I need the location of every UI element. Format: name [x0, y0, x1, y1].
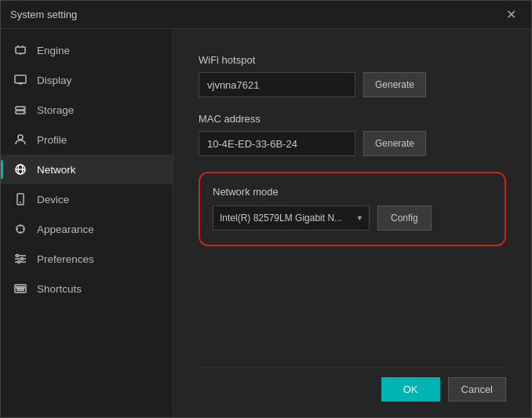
mac-input[interactable]	[199, 131, 355, 156]
svg-point-10	[23, 111, 24, 113]
svg-rect-14	[17, 194, 24, 205]
sidebar-label-shortcuts: Shortcuts	[37, 283, 82, 295]
svg-point-19	[18, 261, 20, 264]
sidebar-label-engine: Engine	[37, 45, 70, 56]
shortcuts-icon	[13, 282, 27, 296]
sidebar-item-device[interactable]: Device	[1, 184, 173, 214]
svg-point-17	[16, 255, 19, 257]
display-icon	[13, 73, 27, 87]
titlebar: System setting ✕	[1, 1, 531, 29]
mac-generate-button[interactable]: Generate	[363, 131, 426, 156]
ok-button[interactable]: OK	[381, 377, 440, 402]
sidebar-item-profile[interactable]: Profile	[1, 125, 173, 154]
svg-point-18	[21, 258, 24, 260]
system-setting-window: System setting ✕ Engine Display	[0, 0, 532, 418]
network-mode-box: Network mode Intel(R) 82579LM Gigabit N.…	[199, 172, 506, 246]
engine-icon	[13, 43, 27, 57]
sidebar-label-display: Display	[37, 75, 71, 86]
svg-point-9	[23, 107, 24, 109]
sidebar-item-storage[interactable]: Storage	[1, 95, 173, 125]
sidebar: Engine Display Storage	[1, 29, 173, 417]
content-area: WiFi hotspot Generate MAC address Genera…	[173, 29, 531, 417]
appearance-icon	[13, 222, 27, 236]
device-icon	[13, 192, 27, 206]
sidebar-item-network[interactable]: Network	[1, 154, 173, 184]
sidebar-label-profile: Profile	[37, 134, 67, 146]
mac-label: MAC address	[199, 113, 506, 125]
svg-rect-0	[16, 47, 25, 53]
main-area: Engine Display Storage	[1, 29, 531, 417]
config-button[interactable]: Config	[377, 205, 432, 231]
mac-row: Generate	[199, 131, 506, 156]
sidebar-item-display[interactable]: Display	[1, 65, 173, 95]
profile-icon	[13, 133, 27, 147]
wifi-input[interactable]	[199, 72, 355, 97]
sidebar-item-appearance[interactable]: Appearance	[1, 214, 173, 244]
svg-rect-4	[15, 75, 26, 83]
sidebar-item-shortcuts[interactable]: Shortcuts	[1, 274, 173, 304]
network-mode-select[interactable]: Intel(R) 82579LM Gigabit N...	[213, 205, 370, 231]
sidebar-item-engine[interactable]: Engine	[1, 35, 173, 65]
window-title: System setting	[10, 9, 77, 20]
sidebar-item-preferences[interactable]: Preferences	[1, 244, 173, 274]
preferences-icon	[13, 252, 27, 266]
sidebar-label-appearance: Appearance	[37, 224, 94, 235]
sidebar-label-storage: Storage	[37, 104, 74, 116]
wifi-generate-button[interactable]: Generate	[363, 72, 426, 97]
storage-icon	[13, 103, 27, 117]
close-button[interactable]: ✕	[500, 4, 522, 26]
content-body: WiFi hotspot Generate MAC address Genera…	[199, 54, 506, 367]
wifi-row: Generate	[199, 72, 506, 97]
network-icon	[13, 162, 27, 176]
sidebar-label-preferences: Preferences	[37, 253, 94, 265]
footer: OK Cancel	[199, 367, 506, 402]
svg-rect-23	[23, 287, 25, 289]
wifi-label: WiFi hotspot	[199, 54, 506, 66]
network-mode-row: Intel(R) 82579LM Gigabit N... Config	[213, 205, 492, 231]
svg-rect-24	[17, 289, 24, 291]
sidebar-label-device: Device	[37, 194, 69, 205]
svg-rect-22	[20, 287, 21, 289]
sidebar-label-network: Network	[37, 164, 76, 176]
cancel-button[interactable]: Cancel	[448, 377, 506, 402]
network-mode-label: Network mode	[213, 186, 492, 198]
network-select-wrapper: Intel(R) 82579LM Gigabit N...	[213, 205, 370, 231]
svg-rect-21	[16, 287, 19, 289]
